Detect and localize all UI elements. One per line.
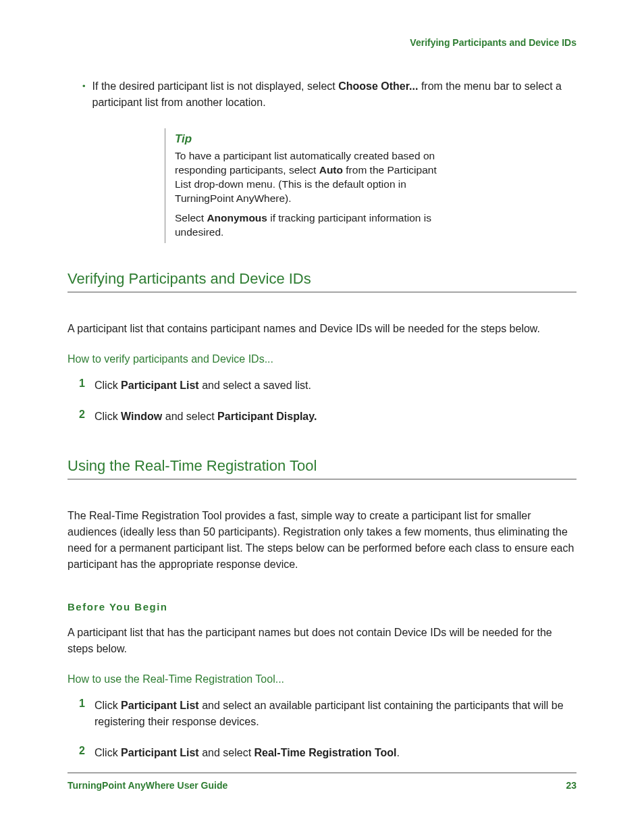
text: and select a saved list. [199, 380, 311, 391]
howto-heading: How to use the Real-Time Registration To… [68, 673, 576, 685]
step-number: 1 [68, 377, 85, 394]
body-paragraph: A participant list that has the particip… [68, 625, 576, 657]
text: and select [162, 411, 217, 422]
tip-paragraph: To have a participant list automatically… [175, 149, 445, 205]
text-bold: Participant Display. [217, 411, 317, 422]
step-item: 1 Click Participant List and select an a… [68, 698, 576, 730]
footer-title: TurningPoint AnyWhere User Guide [68, 780, 227, 791]
step-item: 2 Click Participant List and select Real… [68, 745, 576, 761]
step-text: Click Participant List and select a save… [95, 377, 576, 394]
text-bold: Real-Time Registration Tool [254, 747, 397, 758]
step-text: Click Window and select Participant Disp… [95, 409, 576, 425]
text: Click [95, 747, 121, 758]
body-paragraph: A participant list that contains partici… [68, 321, 576, 337]
body-paragraph: The Real-Time Registration Tool provides… [68, 508, 576, 573]
step-number: 2 [68, 745, 85, 761]
section-rule [68, 479, 576, 479]
text: Click [95, 411, 121, 422]
section-heading: Verifying Participants and Device IDs [68, 270, 576, 288]
section-rule [68, 292, 576, 292]
text-bold: Participant List [121, 747, 199, 758]
footer-row: TurningPoint AnyWhere User Guide 23 [68, 780, 576, 791]
howto-heading: How to verify participants and Device ID… [68, 353, 576, 365]
page-footer: TurningPoint AnyWhere User Guide 23 [68, 773, 576, 791]
tip-paragraph: Select Anonymous if tracking participant… [175, 211, 445, 239]
text: . [397, 747, 400, 758]
tip-block: Tip To have a participant list automatic… [165, 128, 445, 243]
text: Click [95, 700, 121, 711]
text-bold: Choose Other... [338, 80, 418, 92]
footer-page-number: 23 [566, 780, 576, 791]
subheading: Before You Begin [68, 601, 576, 613]
bullet-text: If the desired participant list is not d… [92, 78, 576, 111]
text: and select [199, 747, 254, 758]
text: If the desired participant list is not d… [92, 80, 339, 92]
step-number: 1 [68, 698, 85, 730]
tip-heading: Tip [175, 132, 445, 146]
step-item: 1 Click Participant List and select a sa… [68, 377, 576, 394]
step-text: Click Participant List and select Real-T… [95, 745, 576, 761]
text-bold: Anonymous [207, 212, 267, 224]
text-bold: Auto [319, 164, 343, 176]
text-bold: Participant List [121, 380, 199, 391]
footer-rule [68, 773, 576, 773]
step-text: Click Participant List and select an ava… [95, 698, 576, 730]
text-bold: Participant List [121, 700, 199, 711]
step-number: 2 [68, 409, 85, 425]
text: Select [175, 212, 207, 224]
step-item: 2 Click Window and select Participant Di… [68, 409, 576, 425]
running-header: Verifying Participants and Device IDs [68, 37, 576, 48]
text: Click [95, 380, 121, 391]
section-heading: Using the Real-Time Registration Tool [68, 457, 576, 475]
bullet-marker: • [82, 78, 86, 111]
bullet-item: • If the desired participant list is not… [82, 78, 576, 111]
page: Verifying Participants and Device IDs • … [0, 0, 644, 834]
text-bold: Window [121, 411, 162, 422]
